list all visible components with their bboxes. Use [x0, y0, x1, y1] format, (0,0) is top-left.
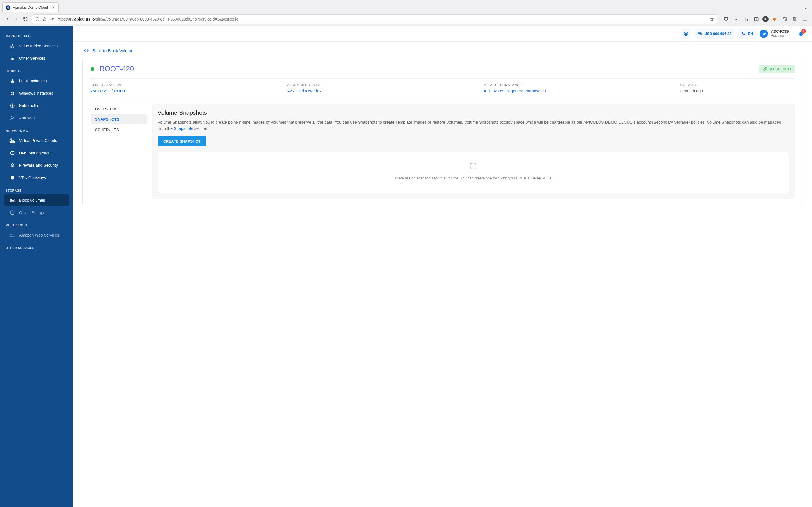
pane-description: Volume Snapshots allow you to create poi…	[158, 119, 789, 132]
support-button[interactable]	[681, 29, 691, 39]
user-org: Apiculus	[771, 34, 789, 38]
volume-meta: CONFIGURATION 25GB SSD / ROOT AVAILABILI…	[91, 78, 795, 98]
sidebar-heading: NETWORKING	[6, 129, 68, 132]
create-snapshot-button[interactable]: CREATE SNAPSHOT	[158, 136, 206, 147]
back-label: Back to Block Volume	[93, 48, 133, 53]
language-picker[interactable]: EN	[738, 29, 756, 39]
aws-icon: aws	[10, 232, 15, 238]
sidebar-heading: OTHER SERVICES	[6, 246, 68, 249]
volume-tabs: OVERVIEWSNAPSHOTSSCHEDULES	[91, 104, 147, 199]
notifications-button[interactable]: 1	[798, 31, 804, 37]
extensions-puzzle-icon[interactable]	[791, 15, 799, 23]
svg-rect-21	[11, 138, 12, 140]
svg-point-8	[11, 47, 12, 48]
notification-badge: 1	[801, 29, 806, 34]
sidebar-item-label: DNS Management	[19, 151, 52, 155]
svg-rect-4	[755, 17, 758, 20]
object-icon	[10, 210, 15, 216]
extension-metamask-icon[interactable]	[770, 15, 779, 23]
sidebar-item-label: Autoscale	[19, 116, 36, 120]
grid-icon	[10, 55, 15, 61]
browser-tab-title: Apiculus Demo Cloud	[13, 5, 48, 10]
sidebar-heading: COMPUTE	[6, 69, 68, 73]
user-menu[interactable]: KP ADC-R335 Apiculus	[760, 30, 789, 38]
permissions-icon[interactable]	[50, 17, 54, 21]
svg-point-7	[785, 19, 786, 20]
app-menu-icon[interactable]	[801, 15, 809, 23]
empty-message: There are no snapshots for this Volume. …	[395, 176, 552, 180]
sidebar-item-label: Firewalls and Security	[19, 163, 58, 168]
sidebar-item-linux-instances[interactable]: Linux Instances	[4, 75, 69, 87]
sidebar-heading: STORAGE	[6, 189, 68, 192]
balance-chip[interactable]: USD 999,696.38	[695, 29, 734, 39]
svg-rect-17	[12, 59, 13, 60]
svg-rect-15	[13, 58, 14, 59]
browser-tab[interactable]: Apiculus Demo Cloud	[2, 2, 59, 12]
empty-icon	[469, 162, 477, 170]
tracking-shield-icon[interactable]	[35, 17, 40, 21]
user-name: ADC-R335	[771, 30, 789, 34]
sidebar-item-firewalls-and-security[interactable]: Firewalls and Security	[4, 159, 69, 171]
sidebar-item-block-volumes[interactable]: Block Volumes	[4, 194, 69, 206]
svg-point-31	[11, 211, 14, 212]
extension-k-icon[interactable]: K	[762, 16, 769, 22]
svg-rect-23	[12, 142, 13, 143]
sidebar-item-label: VPN Gateways	[19, 175, 46, 180]
svg-rect-18	[13, 59, 14, 60]
close-tab-icon[interactable]	[52, 6, 55, 9]
tab-schedules[interactable]: SCHEDULES	[91, 124, 147, 135]
sidebar-item-amazon-web-services: awsAmazon Web Services	[4, 229, 69, 241]
svg-point-34	[686, 33, 687, 34]
svg-point-3	[52, 19, 53, 20]
svg-rect-24	[13, 142, 15, 143]
library-icon[interactable]	[742, 15, 751, 23]
sidebar-heading: MARKETPLACE	[6, 34, 68, 38]
sidebar-item-virtual-private-clouds[interactable]: Virtual Private Clouds	[4, 135, 69, 147]
meta-attached-label: ATTACHED INSTANCE	[484, 83, 674, 87]
sidebar-heading: MULTICLOUD	[6, 224, 68, 227]
sidebar-item-value-added-services[interactable]: Value Added Services	[4, 40, 69, 52]
language-label: EN	[748, 32, 753, 36]
sidebar-item-kubernetes[interactable]: Kubernetes	[4, 100, 69, 112]
svg-point-26	[12, 166, 13, 167]
sidebar-item-label: Amazon Web Services	[19, 233, 59, 237]
bookmark-star-icon[interactable]	[710, 17, 714, 21]
tab-overview[interactable]: OVERVIEW	[91, 104, 147, 114]
sidebar-item-vpn-gateways[interactable]: VPN Gateways	[4, 172, 69, 184]
sidebar-item-dns-management[interactable]: DNS Management	[4, 147, 69, 159]
svg-rect-12	[13, 57, 14, 57]
sidebar-item-label: Virtual Private Clouds	[19, 138, 57, 143]
lock-icon[interactable]	[43, 17, 47, 21]
tab-snapshots[interactable]: SNAPSHOTS	[91, 114, 147, 124]
sidebar-item-autoscale: Autoscale	[4, 112, 69, 124]
linux-icon	[10, 78, 15, 83]
volume-card: ROOT-420 ATTACHED CONFIGURATION 25GB SSD…	[82, 58, 803, 205]
reader-icon[interactable]	[752, 15, 761, 23]
snapshots-link[interactable]: Snapshots	[174, 126, 193, 131]
reload-button[interactable]	[21, 15, 30, 24]
meta-created-label: CREATED	[680, 83, 795, 87]
sidebar-item-other-services[interactable]: Other Services	[4, 52, 69, 64]
address-bar[interactable]: https://try.apiculus.io/site/#/volumes/f…	[32, 14, 717, 24]
download-icon[interactable]	[732, 15, 741, 23]
sidebar-item-label: Other Services	[19, 56, 45, 61]
forward-button[interactable]	[12, 15, 21, 24]
back-button[interactable]	[3, 15, 12, 24]
status-dot-icon	[91, 67, 94, 71]
back-link[interactable]: Back to Block Volume	[82, 48, 803, 53]
new-tab-button[interactable]	[60, 3, 69, 12]
pocket-icon[interactable]	[722, 15, 730, 23]
extension-icon[interactable]	[780, 15, 789, 23]
svg-point-6	[783, 18, 784, 18]
browser-tab-strip: Apiculus Demo Cloud	[0, 0, 812, 12]
browser-toolbar: https://try.apiculus.io/site/#/volumes/f…	[0, 12, 812, 26]
empty-state: There are no snapshots for this Volume. …	[158, 152, 789, 193]
tab-overflow-icon[interactable]	[802, 4, 810, 12]
sidebar-item-windows-instances[interactable]: Windows Instances	[4, 87, 69, 99]
svg-point-9	[13, 47, 14, 48]
meta-attached-value[interactable]: ADC-R335-11-general-purpose-01	[484, 89, 674, 93]
sidebar: MARKETPLACEValue Added ServicesOther Ser…	[0, 26, 73, 507]
svg-text:aws: aws	[10, 234, 12, 235]
sidebar-item-label: Linux Instances	[19, 78, 47, 83]
sidebar-item-object-storage: Object Storage	[4, 207, 69, 219]
